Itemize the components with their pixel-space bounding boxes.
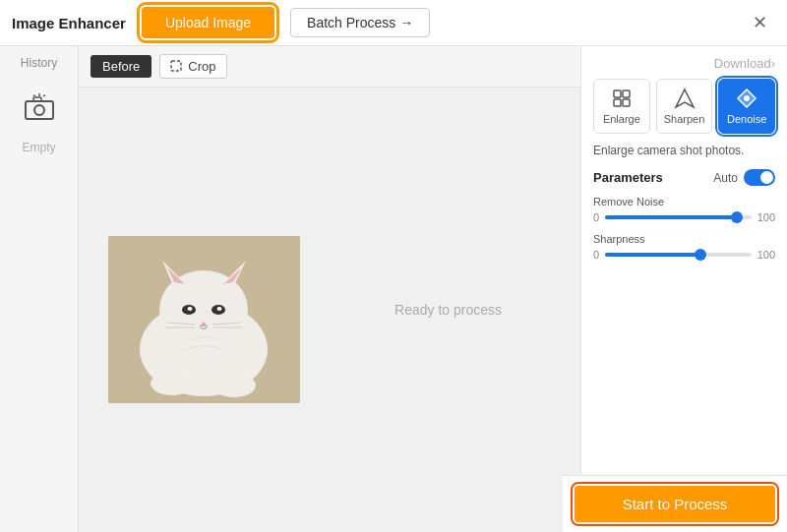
enlarge-icon bbox=[611, 88, 633, 109]
bottom-bar: Start to Process bbox=[563, 475, 787, 532]
remove-noise-track[interactable] bbox=[605, 215, 752, 219]
auto-label: Auto bbox=[713, 171, 738, 185]
main-layout: History Empty Before bbox=[0, 46, 787, 532]
canvas-toolbar: Before Crop bbox=[79, 46, 580, 88]
batch-process-button[interactable]: Batch Process → bbox=[290, 8, 430, 37]
remove-noise-row: 0 100 bbox=[593, 211, 775, 223]
denoise-icon bbox=[736, 88, 757, 109]
remove-noise-slider-group: Remove Noise 0 100 bbox=[593, 196, 775, 223]
param-label: Parameters bbox=[593, 170, 663, 185]
history-icon bbox=[22, 89, 57, 129]
before-button[interactable]: Before bbox=[91, 55, 151, 78]
sharpness-row: 0 100 bbox=[593, 249, 775, 261]
sharpness-max: 100 bbox=[757, 249, 775, 261]
sharpness-fill bbox=[605, 253, 700, 257]
sharpness-thumb[interactable] bbox=[695, 249, 706, 261]
auto-toggle[interactable]: Auto bbox=[713, 169, 775, 186]
svg-rect-26 bbox=[614, 99, 621, 106]
enlarge-tool[interactable]: Enlarge bbox=[593, 79, 650, 134]
remove-noise-thumb[interactable] bbox=[731, 211, 743, 223]
toggle-track[interactable] bbox=[744, 169, 775, 186]
svg-marker-29 bbox=[676, 89, 694, 107]
param-header: Parameters Auto bbox=[593, 169, 775, 186]
svg-rect-28 bbox=[623, 99, 630, 106]
right-panel: Download › Enlarge Sharpen bbox=[580, 46, 787, 532]
close-button[interactable]: ✕ bbox=[745, 8, 775, 37]
remove-noise-label: Remove Noise bbox=[593, 196, 775, 207]
sharpen-label: Sharpen bbox=[664, 113, 705, 125]
title-bar: Image Enhancer Upload Image Batch Proces… bbox=[0, 0, 787, 46]
sharpness-min: 0 bbox=[593, 249, 599, 261]
svg-rect-27 bbox=[623, 90, 630, 97]
sharpness-track[interactable] bbox=[605, 253, 752, 257]
sidebar: History Empty bbox=[0, 46, 79, 532]
sharpen-icon bbox=[674, 88, 696, 109]
svg-point-16 bbox=[188, 307, 193, 311]
download-link[interactable]: Download bbox=[714, 56, 771, 71]
crop-icon bbox=[170, 60, 184, 74]
sharpen-tool[interactable]: Sharpen bbox=[656, 79, 713, 134]
ready-text: Ready to process bbox=[394, 302, 502, 318]
tool-description: Enlarge camera shot photos. bbox=[593, 144, 775, 157]
toggle-thumb bbox=[760, 171, 773, 184]
sidebar-icon-area: Empty bbox=[22, 89, 57, 154]
remove-noise-fill bbox=[605, 215, 737, 219]
canvas-content: Ready to process bbox=[79, 88, 580, 532]
svg-point-1 bbox=[34, 105, 44, 115]
sharpness-slider-group: Sharpness 0 100 bbox=[593, 233, 775, 261]
svg-point-17 bbox=[217, 307, 222, 311]
sharpness-label: Sharpness bbox=[593, 233, 775, 245]
download-arrow-icon: › bbox=[771, 56, 775, 71]
canvas-area: Before Crop bbox=[79, 46, 580, 532]
cat-image bbox=[108, 236, 300, 403]
svg-rect-2 bbox=[33, 97, 41, 101]
sidebar-history-label: History bbox=[21, 56, 57, 70]
start-process-button[interactable]: Start to Process bbox=[575, 486, 775, 522]
remove-noise-max: 100 bbox=[757, 211, 775, 223]
denoise-tool[interactable]: Denoise bbox=[718, 79, 775, 134]
svg-line-5 bbox=[43, 95, 45, 97]
svg-rect-6 bbox=[171, 61, 181, 71]
svg-rect-0 bbox=[26, 101, 53, 119]
svg-point-23 bbox=[151, 372, 194, 395]
svg-point-31 bbox=[744, 95, 750, 101]
upload-button[interactable]: Upload Image bbox=[142, 7, 274, 38]
crop-button[interactable]: Crop bbox=[159, 54, 226, 79]
svg-line-4 bbox=[33, 95, 35, 97]
svg-rect-25 bbox=[614, 90, 621, 97]
remove-noise-min: 0 bbox=[593, 211, 599, 223]
enlarge-label: Enlarge bbox=[603, 113, 640, 125]
svg-point-24 bbox=[212, 374, 256, 397]
app-title: Image Enhancer bbox=[12, 15, 126, 31]
sidebar-empty-label: Empty bbox=[22, 141, 55, 154]
tool-row: Enlarge Sharpen Denoise bbox=[593, 79, 775, 134]
denoise-label: Denoise bbox=[727, 113, 766, 125]
download-bar: Download › bbox=[593, 56, 775, 71]
title-bar-left: Image Enhancer Upload Image Batch Proces… bbox=[12, 7, 430, 38]
